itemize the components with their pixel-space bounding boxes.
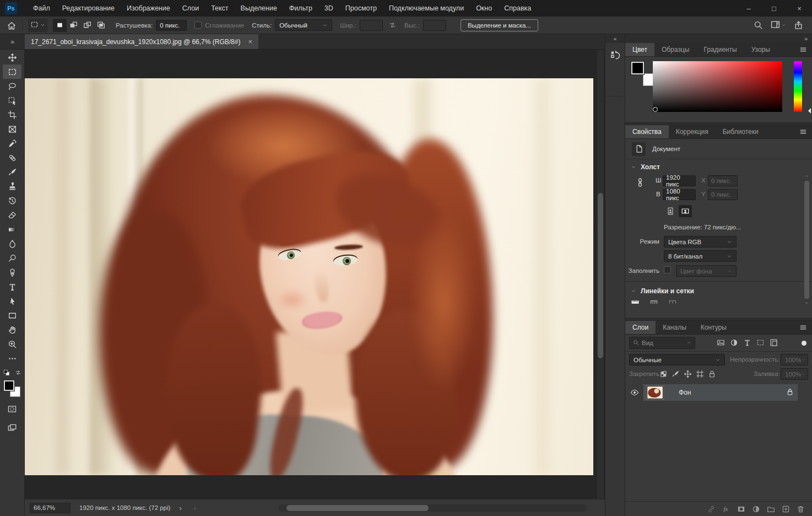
shape-tool[interactable] [3, 308, 21, 322]
panel-menu-icon[interactable] [794, 321, 812, 334]
current-tool-preview[interactable] [28, 19, 47, 32]
delete-layer[interactable] [797, 505, 805, 513]
tab-Слои[interactable]: Слои [625, 321, 656, 334]
minimize-button[interactable]: – [736, 0, 761, 17]
move-tool[interactable] [3, 50, 21, 64]
canvas-section-header[interactable]: Холст [625, 159, 812, 173]
style-select[interactable]: Обычный [275, 19, 332, 31]
new-adjustment[interactable] [752, 505, 760, 513]
properties-scrollbar[interactable] [804, 173, 810, 314]
smoothing-checkbox[interactable]: Сглаживание [194, 22, 244, 29]
zoom-level-field[interactable]: 66,67% [30, 503, 71, 513]
feather-input[interactable]: 0 пикс. [156, 20, 187, 31]
scroll-down-icon[interactable] [804, 300, 809, 307]
frame-tool[interactable] [3, 122, 21, 136]
layer-name[interactable]: Фон [679, 384, 691, 401]
rectangular-marquee-tool[interactable] [3, 64, 21, 79]
expand-toolbox-icon[interactable]: » [0, 34, 25, 49]
scroll-up-icon[interactable] [804, 173, 809, 180]
close-tab-icon[interactable]: × [248, 37, 252, 46]
select-and-mask-button[interactable]: Выделение и маска... [461, 19, 538, 31]
lasso-tool[interactable] [3, 79, 21, 93]
blur-tool[interactable] [3, 237, 21, 251]
menu-item-9[interactable]: Просмотр [339, 0, 383, 17]
menu-item-6[interactable]: Выделение [235, 0, 283, 17]
foreground-color-swatch[interactable] [4, 380, 14, 391]
default-colors-icon[interactable] [3, 369, 10, 378]
subtract-from-selection-mode[interactable] [80, 19, 94, 32]
fill-checkbox[interactable] [664, 266, 671, 273]
grid-cols[interactable] [649, 298, 658, 307]
menu-item-3[interactable]: Изображение [121, 0, 176, 17]
ruler[interactable] [631, 298, 640, 307]
tab-Контуры[interactable]: Контуры [694, 321, 734, 334]
blend-mode-select[interactable]: Обычные [629, 354, 725, 366]
saturation-brightness-field[interactable] [653, 61, 782, 112]
layer-thumbnail[interactable] [647, 386, 663, 399]
close-button[interactable]: × [787, 0, 812, 17]
menu-item-2[interactable]: Редактирование [56, 0, 121, 17]
smart-object-filter[interactable] [770, 338, 778, 347]
canvas-width-input[interactable]: 1920 пикс [663, 175, 696, 186]
lock-all[interactable] [708, 370, 716, 378]
menu-item-1[interactable]: Файл [27, 0, 56, 17]
layer-filter-select[interactable]: Вид [629, 337, 695, 349]
layer-style[interactable]: fx [722, 505, 730, 513]
menu-item-10[interactable]: Подключаемые модули [383, 0, 470, 17]
collapse-dock-icon[interactable]: « [605, 34, 625, 43]
object-selection-tool[interactable] [3, 93, 21, 108]
share-icon[interactable] [794, 20, 803, 30]
color-cursor[interactable] [653, 107, 658, 112]
foreground-color-swatch[interactable] [631, 62, 644, 74]
menu-item-11[interactable]: Окно [470, 0, 498, 17]
portrait-orientation-button[interactable] [664, 205, 677, 217]
tab-Образцы[interactable]: Образцы [654, 43, 696, 56]
eraser-tool[interactable] [3, 208, 21, 222]
screen-mode-button[interactable] [3, 421, 21, 435]
maximize-button[interactable]: □ [761, 0, 787, 17]
horizontal-scrollbar-thumb[interactable] [286, 505, 429, 511]
search-icon[interactable] [754, 20, 763, 30]
lock-position[interactable] [684, 370, 692, 378]
brush-tool[interactable] [3, 165, 21, 179]
hand-tool[interactable] [3, 322, 21, 337]
scroll-left-icon[interactable]: ‹ [194, 504, 196, 512]
new-layer[interactable] [782, 505, 790, 513]
type-tool[interactable] [3, 280, 21, 294]
menu-item-12[interactable]: Справка [498, 0, 537, 17]
home-icon[interactable] [7, 20, 17, 30]
history-panel-icon[interactable] [608, 47, 623, 63]
rulers-section-header[interactable]: Линейки и сетки [625, 283, 694, 297]
hue-slider-arrow[interactable] [805, 108, 811, 114]
vertical-scrollbar-thumb[interactable] [598, 193, 603, 358]
image-filter[interactable] [717, 338, 725, 347]
eyedropper-tool[interactable] [3, 136, 21, 150]
horizontal-scrollbar[interactable] [278, 504, 587, 512]
tab-Библиотеки[interactable]: Библиотеки [716, 125, 766, 138]
swap-dimensions-icon[interactable] [388, 21, 397, 29]
vector-mask-filter[interactable] [756, 338, 765, 347]
pen-tool[interactable] [3, 265, 21, 280]
add-mask[interactable] [737, 505, 745, 513]
new-group[interactable] [767, 505, 775, 513]
swap-colors-icon[interactable] [15, 369, 21, 378]
landscape-orientation-button[interactable] [679, 205, 692, 217]
lock-transparency[interactable] [659, 370, 668, 378]
dodge-tool[interactable] [3, 251, 21, 265]
tab-Градиенты[interactable]: Градиенты [696, 43, 744, 56]
menu-item-7[interactable]: Фильтр [283, 0, 318, 17]
menu-item-4[interactable]: Слои [176, 0, 205, 17]
menu-item-8[interactable]: 3D [318, 0, 339, 17]
clone-stamp-tool[interactable] [3, 179, 21, 194]
color-mode-select[interactable]: Цвета RGB [664, 236, 737, 248]
layer-lock-icon[interactable] [786, 388, 794, 397]
tab-Узоры[interactable]: Узоры [744, 43, 777, 56]
history-brush-tool[interactable] [3, 194, 21, 208]
document-image-woman-portrait[interactable] [25, 78, 593, 475]
tab-Коррекция[interactable]: Коррекция [669, 125, 716, 138]
document-tab[interactable]: 17_2671_oboi_krasivaja_devushka_1920x108… [25, 34, 258, 49]
lock-artboard[interactable] [696, 370, 704, 378]
healing-brush-tool[interactable] [3, 150, 21, 165]
lock-pixels[interactable] [672, 370, 680, 378]
new-selection-mode[interactable] [53, 19, 67, 32]
